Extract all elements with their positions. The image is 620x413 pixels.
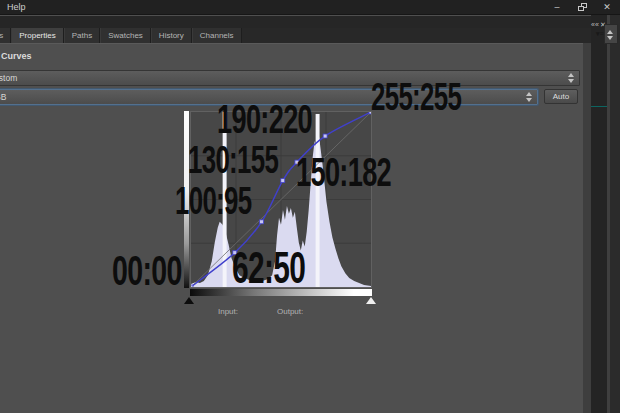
dropdown-arrows-icon: [568, 73, 575, 83]
tab-history[interactable]: History: [151, 28, 192, 43]
tab-channels[interactable]: Channels: [192, 28, 242, 43]
dropdown-arrows-icon: [607, 30, 614, 40]
curve-control-point[interactable]: [190, 285, 193, 288]
tab-paths[interactable]: Paths: [64, 28, 100, 43]
collapse-panels-icon[interactable]: ««: [591, 21, 599, 28]
minimize-button[interactable]: –: [550, 2, 564, 13]
curve-control-point[interactable]: [281, 179, 285, 183]
auto-button[interactable]: Auto: [544, 89, 578, 104]
preset-dropdown[interactable]: Custom: [0, 70, 580, 86]
tab-swatches[interactable]: Swatches: [100, 28, 151, 43]
white-point-slider[interactable]: [366, 297, 376, 304]
panel-menu-icon[interactable]: ▾≡: [596, 30, 604, 37]
scroll-spinner[interactable]: [604, 24, 618, 44]
title-bar: Help – ✕: [0, 0, 620, 15]
black-point-slider[interactable]: [184, 297, 194, 304]
curve-point-label: 130:155: [188, 146, 278, 176]
dropdown-arrows-icon: [526, 92, 533, 102]
output-label: Output:: [277, 307, 303, 316]
properties-panel: Curves Custom RGB Auto Input: Output: 25…: [0, 43, 592, 413]
menu-help[interactable]: Help: [7, 2, 26, 12]
curve-point-label: 190:220: [217, 104, 312, 135]
tab-properties[interactable]: Properties: [11, 28, 63, 43]
workspace-strip-outer: [610, 15, 620, 413]
channel-dropdown-value: RGB: [0, 92, 6, 102]
photoshop-window: Help – ✕ ActionsPropertiesPathsSwatchesH…: [0, 0, 620, 413]
curve-control-point[interactable]: [323, 134, 327, 138]
panel-edge-shade: [583, 43, 591, 413]
curve-point-label: 00:00: [112, 255, 182, 288]
workspace-strip-dark: [591, 15, 607, 413]
tab-actions[interactable]: Actions: [0, 28, 11, 43]
restore-button[interactable]: [578, 3, 587, 11]
panel-tab-strip: ActionsPropertiesPathsSwatchesHistoryCha…: [0, 28, 592, 43]
input-label: Input:: [218, 307, 238, 316]
dock-strip: [0, 16, 592, 28]
teal-accent-line: [591, 104, 607, 107]
close-button[interactable]: ✕: [600, 2, 614, 13]
curve-point-label: 62:50: [232, 251, 305, 285]
panel-title: Curves: [1, 51, 32, 61]
curve-point-label: 150:182: [296, 157, 391, 188]
preset-dropdown-value: Custom: [0, 73, 17, 83]
curve-control-point[interactable]: [260, 220, 264, 224]
curve-point-label: 100:95: [175, 187, 251, 217]
curve-point-label: 255:255: [371, 83, 461, 113]
